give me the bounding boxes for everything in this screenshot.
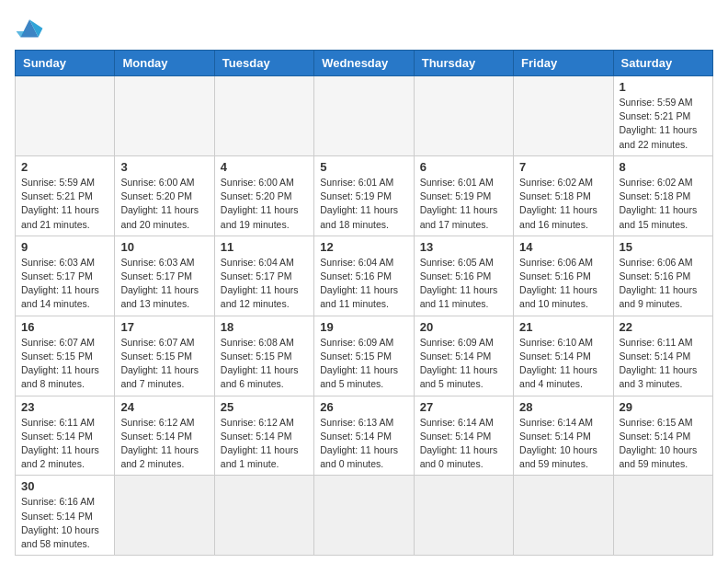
calendar-cell: 16Sunrise: 6:07 AM Sunset: 5:15 PM Dayli… (16, 316, 115, 396)
calendar-cell: 2Sunrise: 5:59 AM Sunset: 5:21 PM Daylig… (16, 155, 115, 236)
day-number: 20 (420, 320, 507, 334)
calendar-cell: 6Sunrise: 6:01 AM Sunset: 5:19 PM Daylig… (414, 155, 513, 236)
day-number: 9 (21, 240, 108, 254)
day-info: Sunrise: 6:07 AM Sunset: 5:15 PM Dayligh… (120, 336, 208, 392)
day-number: 8 (620, 160, 707, 174)
day-info: Sunrise: 5:59 AM Sunset: 5:21 PM Dayligh… (620, 96, 707, 152)
day-number: 4 (221, 160, 308, 174)
day-info: Sunrise: 6:06 AM Sunset: 5:16 PM Dayligh… (519, 256, 607, 312)
day-info: Sunrise: 6:06 AM Sunset: 5:16 PM Dayligh… (620, 256, 707, 312)
day-info: Sunrise: 6:00 AM Sunset: 5:20 PM Dayligh… (221, 176, 308, 232)
weekday-header-monday: Monday (115, 51, 214, 76)
calendar-cell: 7Sunrise: 6:02 AM Sunset: 5:18 PM Daylig… (514, 155, 613, 236)
week-row-4: 16Sunrise: 6:07 AM Sunset: 5:15 PM Dayli… (16, 316, 713, 396)
day-info: Sunrise: 6:14 AM Sunset: 5:14 PM Dayligh… (420, 416, 507, 472)
day-number: 22 (620, 320, 707, 334)
calendar-cell: 28Sunrise: 6:14 AM Sunset: 5:14 PM Dayli… (514, 396, 613, 476)
calendar-cell: 5Sunrise: 6:01 AM Sunset: 5:19 PM Daylig… (314, 155, 414, 236)
day-number: 5 (320, 160, 407, 174)
day-info: Sunrise: 6:15 AM Sunset: 5:14 PM Dayligh… (620, 416, 707, 472)
day-number: 13 (420, 240, 507, 254)
calendar-cell: 27Sunrise: 6:14 AM Sunset: 5:14 PM Dayli… (414, 396, 513, 476)
day-number: 6 (420, 160, 507, 174)
day-number: 2 (21, 160, 108, 174)
weekday-header-sunday: Sunday (16, 51, 115, 76)
calendar-cell: 14Sunrise: 6:06 AM Sunset: 5:16 PM Dayli… (514, 236, 613, 316)
day-number: 21 (519, 320, 607, 334)
day-number: 29 (620, 400, 707, 414)
calendar-cell: 8Sunrise: 6:02 AM Sunset: 5:18 PM Daylig… (613, 155, 712, 236)
day-number: 17 (120, 320, 208, 334)
calendar-cell: 21Sunrise: 6:10 AM Sunset: 5:14 PM Dayli… (514, 316, 613, 396)
day-number: 15 (620, 240, 707, 254)
calendar-cell: 12Sunrise: 6:04 AM Sunset: 5:16 PM Dayli… (314, 236, 414, 316)
weekday-header-saturday: Saturday (613, 51, 712, 76)
calendar-cell: 25Sunrise: 6:12 AM Sunset: 5:14 PM Dayli… (214, 396, 313, 476)
calendar-cell: 22Sunrise: 6:11 AM Sunset: 5:14 PM Dayli… (613, 316, 712, 396)
calendar-cell: 26Sunrise: 6:13 AM Sunset: 5:14 PM Dayli… (314, 396, 414, 476)
day-info: Sunrise: 6:16 AM Sunset: 5:14 PM Dayligh… (21, 495, 108, 551)
calendar-cell: 4Sunrise: 6:00 AM Sunset: 5:20 PM Daylig… (214, 155, 313, 236)
week-row-1: 1Sunrise: 5:59 AM Sunset: 5:21 PM Daylig… (16, 76, 713, 156)
day-info: Sunrise: 6:02 AM Sunset: 5:18 PM Dayligh… (519, 176, 607, 232)
logo-icon (15, 15, 44, 40)
calendar-cell: 17Sunrise: 6:07 AM Sunset: 5:15 PM Dayli… (115, 316, 214, 396)
calendar-cell: 9Sunrise: 6:03 AM Sunset: 5:17 PM Daylig… (16, 236, 115, 316)
calendar-cell (314, 476, 414, 556)
calendar-cell (414, 76, 513, 156)
day-info: Sunrise: 6:03 AM Sunset: 5:17 PM Dayligh… (21, 256, 108, 312)
day-info: Sunrise: 6:12 AM Sunset: 5:14 PM Dayligh… (221, 416, 308, 472)
calendar-cell: 13Sunrise: 6:05 AM Sunset: 5:16 PM Dayli… (414, 236, 513, 316)
calendar-cell: 15Sunrise: 6:06 AM Sunset: 5:16 PM Dayli… (613, 236, 712, 316)
day-number: 3 (120, 160, 208, 174)
logo (15, 15, 48, 40)
day-info: Sunrise: 6:04 AM Sunset: 5:17 PM Dayligh… (221, 256, 308, 312)
day-number: 24 (120, 400, 208, 414)
calendar-cell: 29Sunrise: 6:15 AM Sunset: 5:14 PM Dayli… (613, 396, 712, 476)
calendar-cell (214, 76, 313, 156)
calendar-cell (613, 476, 712, 556)
day-number: 11 (221, 240, 308, 254)
week-row-5: 23Sunrise: 6:11 AM Sunset: 5:14 PM Dayli… (16, 396, 713, 476)
day-number: 30 (21, 479, 108, 493)
calendar-cell (514, 476, 613, 556)
day-info: Sunrise: 6:02 AM Sunset: 5:18 PM Dayligh… (620, 176, 707, 232)
day-info: Sunrise: 5:59 AM Sunset: 5:21 PM Dayligh… (21, 176, 108, 232)
day-number: 10 (120, 240, 208, 254)
calendar-cell: 11Sunrise: 6:04 AM Sunset: 5:17 PM Dayli… (214, 236, 313, 316)
calendar-cell: 10Sunrise: 6:03 AM Sunset: 5:17 PM Dayli… (115, 236, 214, 316)
day-info: Sunrise: 6:04 AM Sunset: 5:16 PM Dayligh… (320, 256, 407, 312)
day-number: 27 (420, 400, 507, 414)
weekday-header-tuesday: Tuesday (214, 51, 313, 76)
weekday-header-thursday: Thursday (414, 51, 513, 76)
calendar-cell (514, 76, 613, 156)
day-info: Sunrise: 6:05 AM Sunset: 5:16 PM Dayligh… (420, 256, 507, 312)
week-row-3: 9Sunrise: 6:03 AM Sunset: 5:17 PM Daylig… (16, 236, 713, 316)
calendar-body: 1Sunrise: 5:59 AM Sunset: 5:21 PM Daylig… (16, 76, 713, 556)
day-number: 16 (21, 320, 108, 334)
day-number: 19 (320, 320, 407, 334)
day-info: Sunrise: 6:14 AM Sunset: 5:14 PM Dayligh… (519, 416, 607, 472)
week-row-2: 2Sunrise: 5:59 AM Sunset: 5:21 PM Daylig… (16, 155, 713, 236)
day-info: Sunrise: 6:11 AM Sunset: 5:14 PM Dayligh… (620, 336, 707, 392)
day-info: Sunrise: 6:00 AM Sunset: 5:20 PM Dayligh… (120, 176, 208, 232)
weekday-header-row: SundayMondayTuesdayWednesdayThursdayFrid… (16, 51, 713, 76)
day-number: 28 (519, 400, 607, 414)
day-info: Sunrise: 6:01 AM Sunset: 5:19 PM Dayligh… (420, 176, 507, 232)
calendar-cell (16, 76, 115, 156)
calendar-cell: 1Sunrise: 5:59 AM Sunset: 5:21 PM Daylig… (613, 76, 712, 156)
calendar-cell (414, 476, 513, 556)
day-info: Sunrise: 6:10 AM Sunset: 5:14 PM Dayligh… (519, 336, 607, 392)
weekday-header-wednesday: Wednesday (314, 51, 414, 76)
day-info: Sunrise: 6:12 AM Sunset: 5:14 PM Dayligh… (120, 416, 208, 472)
week-row-6: 30Sunrise: 6:16 AM Sunset: 5:14 PM Dayli… (16, 476, 713, 556)
calendar-cell (115, 76, 214, 156)
day-info: Sunrise: 6:13 AM Sunset: 5:14 PM Dayligh… (320, 416, 407, 472)
calendar-cell: 24Sunrise: 6:12 AM Sunset: 5:14 PM Dayli… (115, 396, 214, 476)
day-number: 23 (21, 400, 108, 414)
calendar-cell (115, 476, 214, 556)
calendar-cell (314, 76, 414, 156)
calendar-cell (214, 476, 313, 556)
weekday-header-friday: Friday (514, 51, 613, 76)
day-number: 25 (221, 400, 308, 414)
